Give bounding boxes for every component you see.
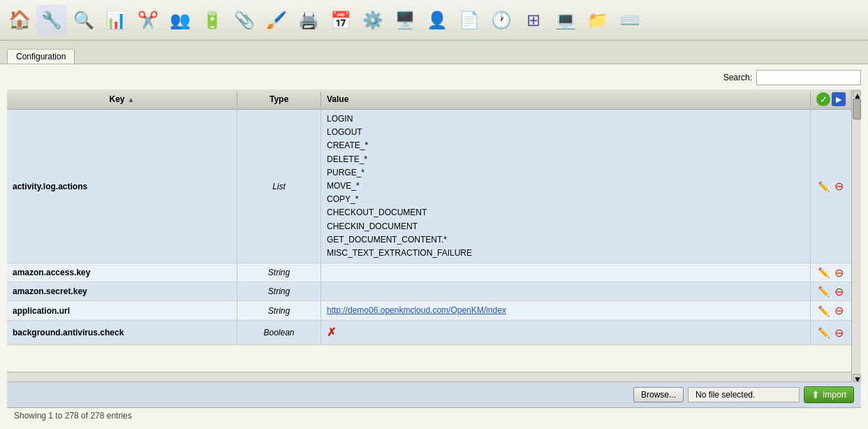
row-value: LOGIN LOGOUT CREATE_* DELETE_* PURGE_* M… xyxy=(321,110,811,263)
terminal-button[interactable]: ⌨️ xyxy=(615,5,645,36)
column-header-key: Key ▲ xyxy=(7,92,237,107)
row-key: activity.log.actions xyxy=(7,110,237,263)
hscroll-inner[interactable] xyxy=(7,372,851,381)
edit-button[interactable]: ✏️ xyxy=(817,266,830,279)
row-key: amazon.secret.key xyxy=(7,282,237,300)
search2-icon: 🔍 xyxy=(73,10,94,30)
entries-count: Showing 1 to 278 of 278 entries xyxy=(14,411,132,421)
row-type: Boolean xyxy=(237,321,321,344)
table-row: amazon.secret.key String ✏️ ⊖ xyxy=(7,282,851,301)
terminal-icon: ⌨️ xyxy=(619,10,640,30)
search-button[interactable]: 🔍 xyxy=(68,5,99,36)
content-area: Configuration Search: Key ▲ Type Value xyxy=(0,64,868,429)
laptop-icon: 💻 xyxy=(555,10,576,30)
configuration-tab[interactable]: Configuration xyxy=(7,49,75,64)
clock-button[interactable]: 🕐 xyxy=(486,5,517,36)
home-icon: 🏠 xyxy=(8,9,31,31)
column-header-actions: ✓ ▶ xyxy=(811,89,851,109)
tab-bar: Configuration xyxy=(0,41,868,64)
calendar-button[interactable]: 📅 xyxy=(325,5,356,36)
calendar-icon: 📅 xyxy=(330,10,351,30)
table-row: amazon.access.key String ✏️ ⊖ xyxy=(7,263,851,282)
column-header-value: Value xyxy=(321,92,811,107)
grid-icon: ⊞ xyxy=(527,10,540,30)
row-key: background.antivirus.check xyxy=(7,321,237,344)
nav-action-button[interactable]: ▶ xyxy=(832,92,846,106)
users-button[interactable]: 👥 xyxy=(165,5,196,36)
person-button[interactable]: 👤 xyxy=(422,5,453,36)
delete-button[interactable]: ⊖ xyxy=(832,266,845,279)
url-link[interactable]: http://demo06.openkmcloud.com/OpenKM/ind… xyxy=(327,304,506,317)
row-actions: ✏️ ⊖ xyxy=(811,110,851,263)
row-value: http://demo06.openkmcloud.com/OpenKM/ind… xyxy=(321,301,811,320)
row-actions: ✏️ ⊖ xyxy=(811,301,851,320)
monitor-icon: 📊 xyxy=(105,10,126,30)
search-label: Search: xyxy=(723,73,752,82)
doc-button[interactable]: 📄 xyxy=(454,5,485,36)
table-row: application.url String http://demo06.ope… xyxy=(7,301,851,321)
row-actions: ✏️ ⊖ xyxy=(811,321,851,344)
vertical-scrollbar[interactable]: ▲ ▼ xyxy=(851,89,861,381)
printer-button[interactable]: 🖨️ xyxy=(293,5,324,36)
delete-button[interactable]: ⊖ xyxy=(832,180,845,193)
person-icon: 👤 xyxy=(427,10,448,30)
paperclip-button[interactable]: 📎 xyxy=(229,5,260,36)
row-key: amazon.access.key xyxy=(7,263,237,282)
boolean-false-icon: ✗ xyxy=(327,323,336,342)
monitor-button[interactable]: 📊 xyxy=(101,5,131,36)
horizontal-scrollbar[interactable] xyxy=(7,372,851,381)
table-container: Key ▲ Type Value ✓ ▶ ac xyxy=(7,89,861,381)
folder-button[interactable]: 📁 xyxy=(582,5,613,36)
edit-button[interactable]: ✏️ xyxy=(817,285,830,298)
search-input[interactable] xyxy=(756,70,861,85)
row-type: String xyxy=(237,282,321,300)
edit-button[interactable]: ✏️ xyxy=(817,180,830,193)
edit-button[interactable]: ✏️ xyxy=(817,305,830,317)
scroll-down-button[interactable]: ▼ xyxy=(853,374,861,381)
brush-button[interactable]: 🖌️ xyxy=(261,5,292,36)
users-icon: 👥 xyxy=(170,10,191,30)
scroll-thumb[interactable] xyxy=(853,99,861,119)
row-type: String xyxy=(237,301,321,320)
paperclip-icon: 📎 xyxy=(234,10,255,30)
row-value xyxy=(321,263,811,282)
gear-button[interactable]: ⚙️ xyxy=(358,5,388,36)
row-key: application.url xyxy=(7,301,237,320)
scissors-button[interactable]: ✂️ xyxy=(133,5,163,36)
scroll-up-button[interactable]: ▲ xyxy=(853,90,861,97)
table-main: Key ▲ Type Value ✓ ▶ ac xyxy=(7,89,851,381)
battery-button[interactable]: 🔋 xyxy=(197,5,228,36)
table-row: background.antivirus.check Boolean ✗ ✏️ … xyxy=(7,321,851,345)
browse-button[interactable]: Browse... xyxy=(633,387,684,402)
import-button[interactable]: ⬆ Import xyxy=(804,386,854,403)
row-actions: ✏️ ⊖ xyxy=(811,282,851,300)
row-type: String xyxy=(237,263,321,282)
file-selected-label: No file selected. xyxy=(688,387,800,402)
printer-icon: 🖨️ xyxy=(298,10,319,30)
delete-button[interactable]: ⊖ xyxy=(832,285,845,298)
row-value xyxy=(321,282,811,300)
screen-button[interactable]: 🖥️ xyxy=(390,5,420,36)
gear-icon: ⚙️ xyxy=(362,10,383,30)
row-actions: ✏️ ⊖ xyxy=(811,263,851,282)
battery-icon: 🔋 xyxy=(202,10,223,30)
tools-button[interactable]: 🔧 xyxy=(36,5,67,36)
screen-icon: 🖥️ xyxy=(395,10,415,30)
table-header: Key ▲ Type Value ✓ ▶ xyxy=(7,89,851,110)
delete-button[interactable]: ⊖ xyxy=(832,326,845,339)
folder-icon: 📁 xyxy=(587,10,608,30)
confirm-action-button[interactable]: ✓ xyxy=(816,92,830,106)
sort-arrow-icon[interactable]: ▲ xyxy=(128,96,135,103)
home-button[interactable]: 🏠 xyxy=(4,5,35,36)
laptop-button[interactable]: 💻 xyxy=(550,5,581,36)
brush-icon: 🖌️ xyxy=(266,10,287,30)
edit-button[interactable]: ✏️ xyxy=(817,326,830,339)
delete-button[interactable]: ⊖ xyxy=(832,305,845,317)
status-bar: Showing 1 to 278 of 278 entries xyxy=(7,408,861,423)
clock-icon: 🕐 xyxy=(491,10,512,30)
footer-bar: Browse... No file selected. ⬆ Import xyxy=(7,381,861,408)
search-bar: Search: xyxy=(7,70,861,85)
scissors-icon: ✂️ xyxy=(138,10,159,30)
table-body: activity.log.actions List LOGIN LOGOUT C… xyxy=(7,110,851,372)
grid-button[interactable]: ⊞ xyxy=(518,5,549,36)
